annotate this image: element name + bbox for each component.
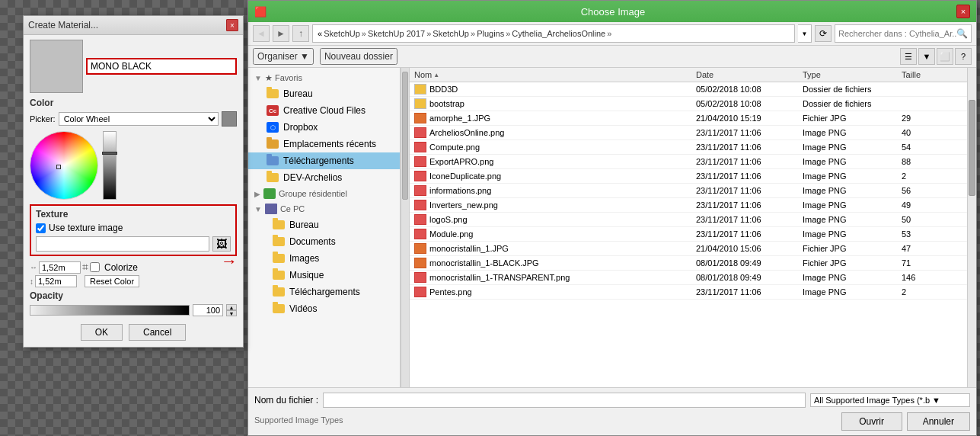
- file-name-cell: monocristallin_1-TRANSPARENT.png: [414, 272, 696, 283]
- header-taille[interactable]: Taille: [902, 70, 962, 79]
- view-details-button[interactable]: ▼: [918, 48, 935, 65]
- file-size: 50: [902, 215, 962, 224]
- height-input[interactable]: [35, 275, 77, 287]
- sidebar-item-dropbox[interactable]: ⬡ Dropbox: [248, 119, 400, 136]
- sidebar-item-telechargements2[interactable]: Téléchargements: [248, 284, 400, 300]
- table-row[interactable]: logoS.png 23/11/2017 11:06 Image PNG 50: [410, 213, 967, 227]
- file-date: 08/01/2018 09:49: [696, 258, 803, 268]
- help-button[interactable]: ?: [955, 48, 972, 65]
- open-button[interactable]: Ouvrir: [841, 412, 902, 431]
- right-scrollbar[interactable]: [967, 68, 976, 387]
- sidebar-item-documents[interactable]: Documents: [248, 233, 400, 250]
- file-date: 23/11/2017 11:06: [696, 215, 803, 224]
- breadcrumb-item-4[interactable]: Plugins: [477, 29, 504, 38]
- new-folder-button[interactable]: Nouveau dossier: [320, 48, 397, 65]
- view-preview-button[interactable]: ⬜: [937, 48, 953, 65]
- breadcrumb-item-2[interactable]: SketchUp 2017: [368, 29, 425, 38]
- colorize-checkbox[interactable]: [90, 262, 100, 272]
- reset-color-button[interactable]: Reset Color: [85, 275, 139, 287]
- table-row[interactable]: Pentes.png 23/11/2017 11:06 Image PNG 2: [410, 285, 967, 300]
- file-name: Compute.png: [429, 143, 480, 152]
- table-row[interactable]: informations.png 23/11/2017 11:06 Image …: [410, 184, 967, 198]
- texture-browse-button[interactable]: 🖼: [212, 236, 231, 252]
- file-size: 40: [902, 128, 962, 137]
- file-size: 53: [902, 229, 962, 239]
- annuler-button[interactable]: Annuler: [907, 412, 970, 431]
- file-thumb: [414, 229, 426, 239]
- breadcrumb-item-1[interactable]: SketchUp: [324, 29, 360, 38]
- header-nom[interactable]: Nom ▲: [414, 70, 696, 79]
- table-row[interactable]: Module.png 23/11/2017 11:06 Image PNG 53: [410, 227, 967, 242]
- left-scrollbar[interactable]: [401, 68, 410, 387]
- header-type[interactable]: Type: [803, 70, 902, 79]
- organizer-button[interactable]: Organiser ▼: [253, 48, 314, 65]
- sidebar-item-creative-cloud[interactable]: Cc Creative Cloud Files: [248, 102, 400, 119]
- table-row[interactable]: ExportAPRO.png 23/11/2017 11:06 Image PN…: [410, 155, 967, 169]
- choose-image-titlebar: 🟥 Choose Image ×: [248, 1, 976, 22]
- sidebar-item-images[interactable]: Images: [248, 250, 400, 267]
- breadcrumb-item-3[interactable]: SketchUp: [433, 29, 469, 38]
- table-row[interactable]: IconeDuplicate.png 23/11/2017 11:06 Imag…: [410, 169, 967, 184]
- width-input[interactable]: [39, 261, 81, 274]
- sidebar-item-bureau2[interactable]: Bureau: [248, 216, 400, 233]
- search-input[interactable]: [838, 29, 956, 38]
- choose-bottom: Nom du fichier : All Supported Image Typ…: [248, 387, 976, 435]
- choose-main: ▼ ★ Favoris Bureau Cc Creative Cloud Fil…: [248, 68, 976, 387]
- file-type: Image PNG: [803, 229, 902, 239]
- telechargements-folder-icon: [267, 156, 279, 165]
- favorites-label: ★ Favoris: [265, 73, 302, 83]
- opacity-increment-button[interactable]: ▲: [226, 304, 237, 310]
- up-button[interactable]: ↑: [292, 25, 309, 42]
- breadcrumb-dropdown-button[interactable]: ▼: [798, 24, 812, 43]
- sidebar-item-recents[interactable]: Emplacements récents: [248, 136, 400, 152]
- table-row[interactable]: amorphe_1.JPG 21/04/2010 15:19 Fichier J…: [410, 111, 967, 126]
- sidebar-item-telechargements[interactable]: Téléchargements: [248, 152, 400, 169]
- width-icon: ↔: [30, 263, 37, 271]
- file-name: monocristallin_1-BLACK.JPG: [429, 258, 539, 268]
- create-material-title: Create Material...: [28, 20, 98, 30]
- brightness-slider[interactable]: [103, 131, 117, 200]
- filename-input[interactable]: [323, 393, 806, 408]
- images-folder-icon: [273, 254, 285, 263]
- header-date[interactable]: Date: [696, 70, 803, 79]
- sidebar-item-videos[interactable]: Vidéos: [248, 300, 400, 317]
- color-swatch[interactable]: [222, 111, 237, 127]
- file-type: Image PNG: [803, 287, 902, 297]
- create-material-close-button[interactable]: ×: [226, 19, 238, 31]
- opacity-value-input[interactable]: [193, 304, 223, 316]
- file-size: 29: [902, 114, 962, 123]
- table-row[interactable]: Compute.png 23/11/2017 11:06 Image PNG 5…: [410, 140, 967, 155]
- file-date: 05/02/2018 10:08: [696, 99, 803, 108]
- picker-select[interactable]: Color Wheel: [59, 112, 219, 126]
- refresh-button[interactable]: ⟳: [815, 25, 832, 42]
- use-texture-checkbox[interactable]: [36, 223, 46, 233]
- cancel-button[interactable]: Cancel: [129, 324, 186, 341]
- forward-button[interactable]: ►: [273, 25, 289, 42]
- view-list-button[interactable]: ☰: [900, 48, 917, 65]
- sidebar-item-musique[interactable]: Musique: [248, 267, 400, 284]
- opacity-decrement-button[interactable]: ▼: [226, 310, 237, 316]
- table-row[interactable]: monocristallin_1-TRANSPARENT.png 08/01/2…: [410, 271, 967, 285]
- opacity-slider[interactable]: [30, 305, 190, 316]
- ce-pc-header[interactable]: ▼ Ce PC: [248, 201, 400, 216]
- back-button[interactable]: ◄: [253, 25, 270, 42]
- material-name-input[interactable]: [86, 58, 237, 75]
- sidebar-item-dev-archelios[interactable]: DEV-Archelios: [248, 169, 400, 186]
- breadcrumb-item-5[interactable]: Cythelia_ArcheliosOnline: [512, 29, 605, 38]
- sidebar-item-bureau[interactable]: Bureau: [248, 85, 400, 102]
- table-row[interactable]: ArcheliosOnline.png 23/11/2017 11:06 Ima…: [410, 126, 967, 140]
- file-size: 71: [902, 258, 962, 268]
- table-row[interactable]: monocristallin_1.JPG 21/04/2010 15:06 Fi…: [410, 242, 967, 256]
- table-row[interactable]: Inverters_new.png 23/11/2017 11:06 Image…: [410, 198, 967, 213]
- choose-image-close-button[interactable]: ×: [956, 5, 970, 18]
- file-name-cell: ExportAPRO.png: [414, 156, 696, 167]
- documents-folder-icon: [273, 237, 285, 246]
- use-texture-label: Use texture image: [49, 223, 123, 233]
- filetype-dropdown[interactable]: All Supported Image Types (*.b ▼: [810, 393, 970, 407]
- table-row[interactable]: bootstrap 05/02/2018 10:08 Dossier de fi…: [410, 97, 967, 111]
- texture-path-input[interactable]: [36, 236, 209, 252]
- table-row[interactable]: monocristallin_1-BLACK.JPG 08/01/2018 09…: [410, 256, 967, 271]
- color-wheel[interactable]: [30, 131, 98, 200]
- ok-button[interactable]: OK: [81, 324, 123, 341]
- table-row[interactable]: BDD3D 05/02/2018 10:08 Dossier de fichie…: [410, 82, 967, 97]
